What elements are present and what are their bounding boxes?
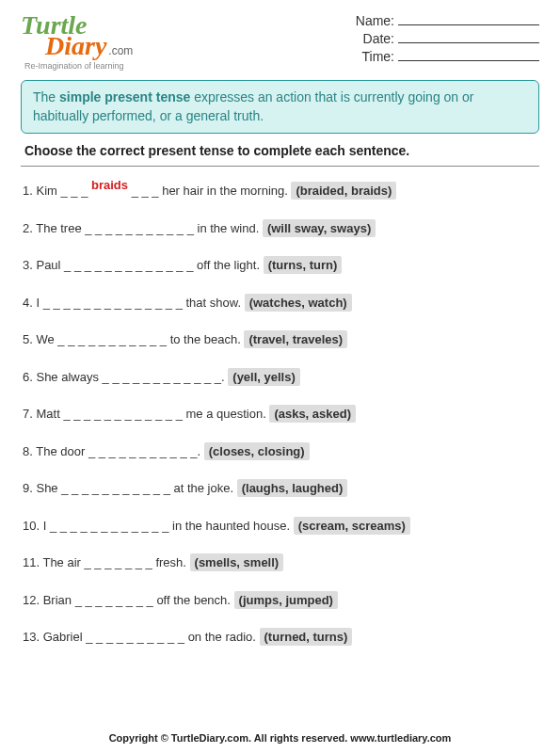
q-num: 12. bbox=[23, 593, 43, 607]
q-options: (turns, turn) bbox=[264, 256, 343, 274]
q-post: that show. bbox=[183, 296, 245, 310]
q-blank[interactable]: _ _ _ _ _ _ _ _ bbox=[75, 593, 153, 607]
q-num: 4. bbox=[23, 296, 36, 310]
q-blank[interactable]: _ _ _ _ _ _ _ _ _ _ _ _ bbox=[63, 407, 183, 421]
q-options: (braided, braids) bbox=[291, 182, 396, 200]
logo-word2: Diary bbox=[45, 31, 106, 60]
q-num: 7. bbox=[23, 407, 36, 421]
q-options: (turned, turns) bbox=[260, 628, 353, 646]
info-box: The simple present tense expresses an ac… bbox=[21, 80, 539, 134]
q-num: 10. bbox=[23, 519, 43, 533]
footer: Copyright © TurtleDiary.com. All rights … bbox=[21, 727, 539, 744]
q-pre: I bbox=[36, 296, 42, 310]
q-post: off the bench. bbox=[153, 593, 234, 607]
q-options: (watches, watch) bbox=[245, 294, 352, 312]
q-blank[interactable]: _ _ _ _ _ _ _ _ _ _ _ _ bbox=[50, 519, 169, 533]
question-row: 6. She always _ _ _ _ _ _ _ _ _ _ _ _. (… bbox=[21, 359, 539, 396]
q-post: me a question. bbox=[183, 407, 270, 421]
meta-fields: Name: Date: Time: bbox=[356, 13, 539, 67]
q-blank[interactable]: _ _ _ _ _ _ _ bbox=[85, 555, 152, 569]
q-blank[interactable]: _ _ _ _ _ _ _ _ _ _ _ _ _ _ bbox=[43, 296, 183, 310]
name-input-line[interactable] bbox=[398, 24, 539, 25]
question-row: 3. Paul _ _ _ _ _ _ _ _ _ _ _ _ _ off th… bbox=[21, 247, 539, 284]
q-options: (closes, closing) bbox=[204, 442, 310, 460]
q-num: 2. bbox=[23, 221, 36, 235]
q-options: (travel, traveles) bbox=[244, 330, 347, 348]
q-blank[interactable]: _ _ _ bbox=[60, 184, 91, 198]
q-pre: I bbox=[43, 519, 50, 533]
question-row: 1. Kim _ _ _ braids _ _ _ her hair in th… bbox=[21, 172, 539, 210]
q-options: (jumps, jumped) bbox=[234, 591, 338, 609]
q-post: her hair in the morning. bbox=[162, 184, 291, 198]
info-bold: simple present tense bbox=[59, 89, 190, 104]
header: Turtle Diary.com Re-Imagination of learn… bbox=[21, 13, 539, 71]
q-num: 1. bbox=[23, 184, 36, 198]
question-row: 13. Gabriel _ _ _ _ _ _ _ _ _ _ on the r… bbox=[21, 618, 539, 656]
q-blank[interactable]: _ _ _ _ _ _ _ _ _ _ _ _ _ bbox=[64, 258, 193, 272]
question-row: 7. Matt _ _ _ _ _ _ _ _ _ _ _ _ me a que… bbox=[21, 395, 539, 433]
q-post: off the light. bbox=[193, 258, 263, 272]
q-pre: The tree bbox=[36, 221, 85, 235]
info-prefix: The bbox=[33, 89, 59, 104]
q-options: (scream, screams) bbox=[294, 517, 410, 535]
q-pre: Brian bbox=[43, 593, 75, 607]
q-pre: Gabriel bbox=[43, 630, 87, 644]
q-post: on the radio. bbox=[184, 630, 260, 644]
q-num: 13. bbox=[23, 630, 43, 644]
q-pre: Kim bbox=[36, 184, 60, 198]
question-row: 11. The air _ _ _ _ _ _ _ fresh. (smells… bbox=[21, 544, 539, 582]
q-blank[interactable]: _ _ _ _ _ _ _ _ _ _ _ bbox=[57, 332, 167, 346]
question-row: 10. I _ _ _ _ _ _ _ _ _ _ _ _ in the hau… bbox=[21, 507, 539, 545]
q-num: 6. bbox=[23, 370, 36, 384]
question-row: 4. I _ _ _ _ _ _ _ _ _ _ _ _ _ _ that sh… bbox=[21, 284, 539, 322]
date-label: Date: bbox=[363, 31, 394, 46]
time-input-line[interactable] bbox=[398, 60, 539, 61]
q-options: (laughs, laughed) bbox=[237, 479, 348, 497]
time-label: Time: bbox=[362, 49, 394, 64]
instruction: Choose the correct present tense to comp… bbox=[21, 143, 539, 164]
q-num: 9. bbox=[23, 481, 36, 495]
question-row: 9. She _ _ _ _ _ _ _ _ _ _ _ at the joke… bbox=[21, 470, 539, 507]
q-num: 11. bbox=[23, 555, 42, 569]
q-post: at the joke. bbox=[170, 481, 237, 495]
name-label: Name: bbox=[356, 13, 394, 28]
q-pre: The air bbox=[42, 555, 84, 569]
q-pre: She bbox=[36, 481, 61, 495]
q-blank[interactable]: _ _ _ _ _ _ _ _ _ _ bbox=[86, 630, 184, 644]
q-options: (yell, yells) bbox=[228, 368, 299, 386]
q-num: 8. bbox=[23, 444, 36, 458]
question-row: 8. The door _ _ _ _ _ _ _ _ _ _ _. (clos… bbox=[21, 433, 539, 471]
q-blank[interactable]: _ _ _ _ _ _ _ _ _ _ _ bbox=[88, 444, 198, 458]
logo: Turtle Diary.com Re-Imagination of learn… bbox=[21, 13, 133, 71]
q-options: (asks, asked) bbox=[269, 405, 356, 423]
q-post: in the haunted house. bbox=[168, 519, 293, 533]
q-num: 5. bbox=[23, 332, 36, 346]
q-pre: Paul bbox=[36, 258, 64, 272]
q-blank[interactable]: _ _ _ _ _ _ _ _ _ _ _ _ bbox=[103, 370, 222, 384]
q-blank2[interactable]: _ _ _ bbox=[128, 184, 162, 198]
q-pre: The door bbox=[36, 444, 88, 458]
q-options: (smells, smell) bbox=[190, 553, 284, 571]
divider bbox=[21, 166, 539, 167]
q-pre: Matt bbox=[36, 407, 63, 421]
logo-suffix: .com bbox=[108, 44, 133, 57]
q-post: . bbox=[198, 444, 204, 458]
q-post: fresh. bbox=[152, 555, 190, 569]
q-options: (will sway, sways) bbox=[263, 219, 376, 237]
q-pre: We bbox=[36, 332, 57, 346]
questions-list: 1. Kim _ _ _ braids _ _ _ her hair in th… bbox=[21, 172, 539, 727]
q-blank[interactable]: _ _ _ _ _ _ _ _ _ _ _ bbox=[61, 481, 170, 495]
q-post: in the wind. bbox=[194, 221, 263, 235]
date-input-line[interactable] bbox=[398, 42, 539, 43]
logo-tagline: Re-Imagination of learning bbox=[24, 61, 133, 71]
question-row: 5. We _ _ _ _ _ _ _ _ _ _ _ to the beach… bbox=[21, 321, 539, 359]
q-post: to the beach. bbox=[167, 332, 244, 346]
q-pre: She always bbox=[36, 370, 102, 384]
question-row: 12. Brian _ _ _ _ _ _ _ _ off the bench.… bbox=[21, 582, 539, 619]
q-blank[interactable]: _ _ _ _ _ _ _ _ _ _ _ bbox=[85, 221, 194, 235]
q-num: 3. bbox=[23, 258, 36, 272]
question-row: 2. The tree _ _ _ _ _ _ _ _ _ _ _ in the… bbox=[21, 210, 539, 248]
q-answer: braids bbox=[91, 178, 128, 192]
